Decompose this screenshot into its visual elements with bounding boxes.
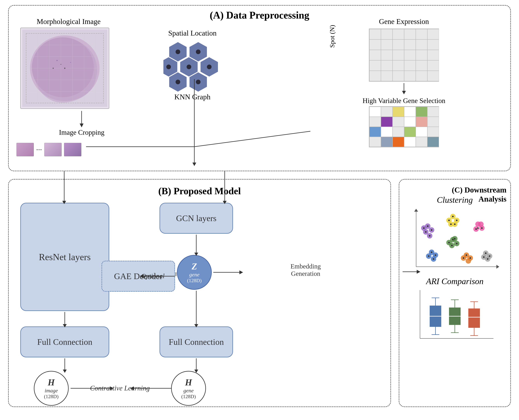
crop-label: Image Cropping [59,128,104,136]
svg-marker-46 [63,369,67,373]
hex-grid-svg [163,40,221,94]
svg-point-99 [478,222,484,227]
svg-point-33 [176,80,180,84]
svg-point-83 [425,231,427,233]
fc-box-right: Full Connection [160,326,233,357]
svg-point-115 [435,254,436,256]
svg-point-122 [485,252,487,254]
svg-point-29 [187,65,191,69]
h-gene-symbol: H [185,377,192,388]
gcn-label: GCN layers [176,213,217,223]
svg-point-108 [470,257,471,259]
h-image-dim: (128D) [44,394,58,399]
patch-2 [44,143,62,156]
svg-marker-64 [414,209,418,212]
box-plot [408,286,501,344]
crop-patches: ··· [16,143,81,156]
h-gene-circle: H gene (128D) [171,371,206,406]
gene-grid-large [369,29,439,82]
svg-point-109 [463,257,464,259]
svg-marker-21 [80,123,84,127]
section-a: (A) Data Preprocessing Morphological Ima… [8,5,511,171]
svg-point-84 [429,235,430,237]
morph-image-area: Morphological Image [20,17,117,110]
gene-label: Gene Expression [336,17,472,26]
h-image-symbol: H [48,377,55,388]
svg-point-100 [477,227,479,229]
embedding-text: Embedding [290,263,321,270]
svg-point-95 [451,245,453,246]
section-c-label: (C) Downstream Analysis [452,185,506,203]
svg-line-42 [194,131,310,147]
svg-marker-65 [496,265,499,269]
h-gene-dim: (128D) [181,394,196,399]
dots: ··· [36,145,42,154]
morph-label: Morphological Image [20,17,117,26]
boxplot-svg [408,286,501,344]
svg-point-102 [475,228,477,230]
spatial-area: Spatial Location [154,29,231,95]
tissue-image [20,28,109,109]
resnet-label: ResNet layers [39,252,91,262]
scatter-plot [408,207,501,272]
svg-point-114 [431,251,432,253]
svg-point-75 [450,224,452,225]
svg-point-71 [452,216,454,217]
z-gene-dim: (128D) [187,278,201,284]
svg-point-101 [481,227,483,229]
svg-point-106 [466,258,471,264]
section-c-title-line2: Analysis [452,195,506,203]
z-gene-symbol: Z [192,261,197,271]
svg-marker-37 [402,91,406,94]
svg-point-91 [452,239,454,240]
svg-point-74 [454,224,456,225]
svg-point-125 [487,258,488,260]
patch-1 [16,143,34,156]
svg-point-94 [454,238,456,240]
svg-point-3 [56,60,58,61]
svg-point-123 [489,255,490,257]
svg-point-124 [483,256,485,258]
tissue-svg [22,30,107,107]
svg-point-73 [448,220,450,221]
svg-point-85 [423,227,425,229]
z-gene-circle: Z gene (128D) [177,255,212,290]
h-image-sub: image [45,388,58,394]
svg-rect-142 [468,308,480,328]
patch-3 [64,143,81,156]
gene-grid-colored [369,106,439,147]
svg-point-107 [466,254,467,256]
svg-marker-39 [192,163,196,166]
section-b: (B) Proposed Model ResNet layers GCN lay… [8,179,391,407]
spot-n-label: Spot (N) [328,25,336,48]
svg-marker-57 [239,270,243,274]
fc-right-label: Full Connection [169,337,224,347]
svg-point-117 [433,258,434,260]
section-c-title-line1: (C) Downstream [452,185,506,195]
svg-point-35 [196,80,200,84]
optional-label: Optional [141,272,165,280]
hvg-arrow [336,83,472,95]
resnet-box: ResNet layers [20,203,109,311]
svg-point-23 [176,50,180,54]
spatial-label: Spatial Location [154,29,231,37]
gcn-box: GCN layers [160,203,233,234]
fc-left-label: Full Connection [37,337,92,347]
clustering-svg [408,207,501,272]
svg-point-116 [428,255,429,257]
hvg-label: High Variable Gene Selection [336,97,472,105]
knn-label: KNN Graph [154,93,231,101]
svg-point-27 [166,65,171,69]
svg-point-82 [431,229,432,231]
crop-arrow: Image Cropping [59,111,104,138]
h-gene-sub: gene [183,388,194,394]
section-c: (C) Downstream Analysis Clustering [399,179,511,407]
h-image-circle: H image (128D) [34,371,69,406]
gene-area: Gene Expression Spot (N) [336,17,472,147]
z-gene-sub: gene [189,271,199,278]
svg-point-92 [456,243,458,244]
svg-point-72 [456,220,458,221]
svg-point-25 [196,50,200,54]
generation-text: Generation [290,270,321,277]
svg-point-93 [448,242,450,243]
